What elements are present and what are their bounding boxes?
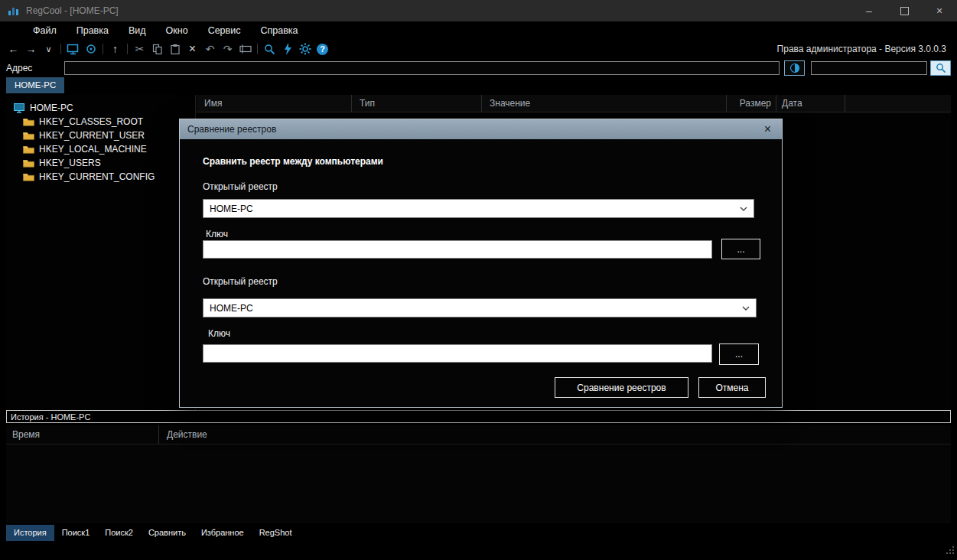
bottom-tab-search2[interactable]: Поиск2 [97,525,141,541]
bottom-tab-search1[interactable]: Поиск1 [54,525,98,541]
column-header-filler [845,95,951,112]
history-column-action[interactable]: Действие [159,425,207,444]
chevron-down-icon [740,207,747,211]
folder-icon [23,117,34,126]
menu-file[interactable]: Файл [23,25,67,36]
column-header-value[interactable]: Значение [482,95,727,112]
cancel-button[interactable]: Отмена [698,377,766,398]
document-tabs: HOME-PC [6,77,64,93]
tree-item-home-pc[interactable]: HOME-PC [6,101,195,115]
resize-grip[interactable] [945,544,955,558]
minimize-button[interactable]: – [851,0,887,21]
admin-rights-version-label: Права администратора - Версия 3.0.0.3 [777,44,946,54]
tree-item-hkey-classes-root[interactable]: HKEY_CLASSES_ROOT [6,115,195,129]
delete-button[interactable]: × [184,41,201,57]
key1-label: Ключ [206,229,228,239]
dialog-titlebar[interactable]: Сравнение реестров × [180,119,782,139]
tree-item-hkey-local-machine[interactable]: HKEY_LOCAL_MACHINE [6,142,195,156]
toolbar-separator [60,44,61,54]
menu-view[interactable]: Вид [119,25,156,36]
search-icon [264,44,275,55]
settings-button[interactable] [296,41,314,57]
menu-help[interactable]: Справка [250,25,308,36]
copy-button[interactable] [148,41,166,57]
tree-item-hkey-users[interactable]: HKEY_USERS [6,156,195,170]
address-bar: Адрес [0,58,957,77]
paste-button[interactable] [166,41,184,57]
toolbar-separator [127,44,128,54]
bottom-tab-regshot[interactable]: RegShot [252,525,300,541]
column-header-type[interactable]: Тип [352,95,482,112]
dialog-close-button[interactable]: × [761,123,774,135]
address-input[interactable] [64,61,780,75]
redo-button[interactable]: ↷ [219,41,236,57]
up-level-button[interactable]: ↑ [106,41,124,57]
tree-item-label: HKEY_CURRENT_USER [39,130,145,141]
column-header-date[interactable]: Дата [776,95,845,112]
copy-icon [152,44,163,55]
dialog-body: Сравнить реестр между компьютерами Откры… [180,139,782,407]
column-header-name[interactable]: Имя [197,95,352,112]
menu-service[interactable]: Сервис [198,25,251,36]
search-icon [936,63,946,73]
help-button[interactable]: ? [314,41,331,57]
chevron-down-icon [742,306,750,311]
help-icon: ? [317,44,328,55]
browse1-button[interactable]: ... [721,239,760,259]
search-button[interactable] [261,41,278,57]
compare-button[interactable] [278,41,296,57]
target-icon [85,43,97,55]
tree-item-hkey-current-user[interactable]: HKEY_CURRENT_USER [6,129,195,142]
tree-item-hkey-current-config[interactable]: HKEY_CURRENT_CONFIG [6,170,195,184]
menu-window[interactable]: Окно [156,25,198,36]
history-dropdown-chevron-icon[interactable]: ∨ [40,41,57,57]
tree-item-label: HOME-PC [30,103,73,113]
computer-icon [14,103,25,113]
bottom-tab-favorites[interactable]: Избранное [194,525,252,541]
registry2-label: Открытый реестр [203,276,278,287]
history-table: Время Действие [6,425,951,523]
close-button[interactable]: × [922,0,957,21]
forward-button[interactable]: → [22,41,40,57]
folder-icon [23,158,34,168]
key1-input[interactable] [203,240,712,259]
key2-input[interactable] [203,344,712,363]
paste-icon [170,44,181,55]
column-header-size[interactable]: Размер [727,95,776,112]
lightning-icon [282,43,293,55]
maximize-button[interactable] [887,0,922,21]
bottom-tab-bar: История Поиск1 Поиск2 Сравнить Избранное… [6,525,299,541]
folder-icon [23,145,34,154]
dialog-title: Сравнение реестров [187,124,276,135]
quick-search-button[interactable] [930,60,951,76]
toolbar-separator [257,44,258,54]
undo-button[interactable]: ↶ [201,41,219,57]
rename-icon [239,44,252,54]
rename-button[interactable] [236,41,254,57]
toolbar: ← → ∨ ↑ ✂ × ↶ ↷ ? Права администратора -… [0,40,957,58]
history-table-header: Время Действие [6,425,951,444]
window-title: RegCool - [HOME-PC] [26,5,119,16]
toolbar-separator [103,44,103,54]
bottom-tab-compare[interactable]: Сравнить [141,525,194,541]
history-panel-title: История - HOME-PC [7,412,90,422]
bottom-tab-history[interactable]: История [6,525,54,541]
refresh-target-button[interactable] [82,41,99,57]
registry1-combobox[interactable]: HOME-PC [203,199,754,218]
address-go-button[interactable] [784,60,805,76]
history-column-time[interactable]: Время [6,425,159,444]
menu-edit[interactable]: Правка [67,25,119,36]
registry1-label: Открытый реестр [203,181,278,192]
cut-button[interactable]: ✂ [131,41,148,57]
connect-computer-button[interactable] [64,41,82,57]
quick-search-input[interactable] [811,61,927,75]
registry1-selected-value: HOME-PC [210,203,253,214]
address-label: Адрес [6,63,64,73]
browse2-button[interactable]: ... [719,343,759,365]
gear-icon [299,43,311,55]
tab-home-pc[interactable]: HOME-PC [6,77,64,93]
back-button[interactable]: ← [5,41,22,57]
registry2-combobox[interactable]: HOME-PC [203,298,757,317]
compare-registries-button[interactable]: Сравнение реестров [555,377,688,398]
menubar: Файл Правка Вид Окно Сервис Справка [0,21,957,40]
